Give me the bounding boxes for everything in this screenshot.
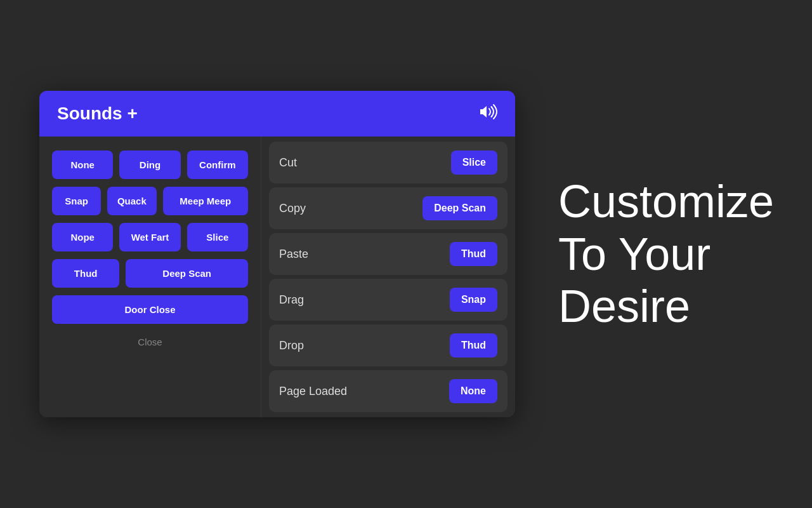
sound-row-4: Thud Deep Scan <box>52 259 248 288</box>
sound-icon[interactable] <box>478 104 497 124</box>
event-label-page-loaded: Page Loaded <box>279 385 347 398</box>
event-row-copy: Copy Deep Scan <box>269 187 508 229</box>
event-row-page-loaded: Page Loaded None <box>269 370 508 412</box>
sound-btn-snap[interactable]: Snap <box>52 187 101 215</box>
sound-btn-meep-meep[interactable]: Meep Meep <box>163 187 249 215</box>
tagline: CustomizeTo YourDesire <box>558 175 774 333</box>
right-panel: CustomizeTo YourDesire <box>520 175 812 333</box>
sound-row-3: Nope Wet Fart Slice <box>52 223 248 251</box>
event-label-drop: Drop <box>279 339 304 352</box>
event-sound-copy[interactable]: Deep Scan <box>422 196 497 220</box>
sound-row-1: None Ding Confirm <box>52 150 248 179</box>
event-row-drag: Drag Snap <box>269 279 508 321</box>
event-row-cut: Cut Slice <box>269 142 508 184</box>
card-header: Sounds + <box>39 91 515 137</box>
event-label-paste: Paste <box>279 248 308 261</box>
left-panel: Sounds + None Ding Confirm Snap <box>0 0 520 508</box>
close-link[interactable]: Close <box>52 331 248 350</box>
sound-btn-deep-scan[interactable]: Deep Scan <box>126 259 248 288</box>
event-list: Cut Slice Copy Deep Scan Paste Thud Drag… <box>261 137 515 417</box>
event-sound-drop[interactable]: Thud <box>450 333 497 358</box>
sound-picker: None Ding Confirm Snap Quack Meep Meep N… <box>39 137 261 417</box>
sound-btn-thud[interactable]: Thud <box>52 259 119 288</box>
event-sound-cut[interactable]: Slice <box>451 150 497 175</box>
event-row-paste: Paste Thud <box>269 233 508 275</box>
event-label-cut: Cut <box>279 156 297 170</box>
event-row-drop: Drop Thud <box>269 324 508 366</box>
sound-btn-ding[interactable]: Ding <box>119 150 180 179</box>
event-label-drag: Drag <box>279 293 304 307</box>
sound-row-5: Door Close <box>52 295 248 324</box>
sound-btn-slice[interactable]: Slice <box>187 223 248 251</box>
card-body: None Ding Confirm Snap Quack Meep Meep N… <box>39 137 515 417</box>
sounds-card: Sounds + None Ding Confirm Snap <box>39 91 515 417</box>
sound-btn-quack[interactable]: Quack <box>107 187 156 215</box>
sound-row-2: Snap Quack Meep Meep <box>52 187 248 215</box>
sound-btn-wet-fart[interactable]: Wet Fart <box>119 223 180 251</box>
sound-btn-door-close[interactable]: Door Close <box>52 295 248 324</box>
sound-btn-nope[interactable]: Nope <box>52 223 113 251</box>
event-label-copy: Copy <box>279 202 306 215</box>
card-title: Sounds + <box>57 104 138 124</box>
sound-btn-none[interactable]: None <box>52 150 113 179</box>
event-sound-paste[interactable]: Thud <box>450 242 497 266</box>
event-sound-drag[interactable]: Snap <box>450 288 497 312</box>
event-sound-page-loaded[interactable]: None <box>449 379 497 403</box>
sound-btn-confirm[interactable]: Confirm <box>187 150 248 179</box>
